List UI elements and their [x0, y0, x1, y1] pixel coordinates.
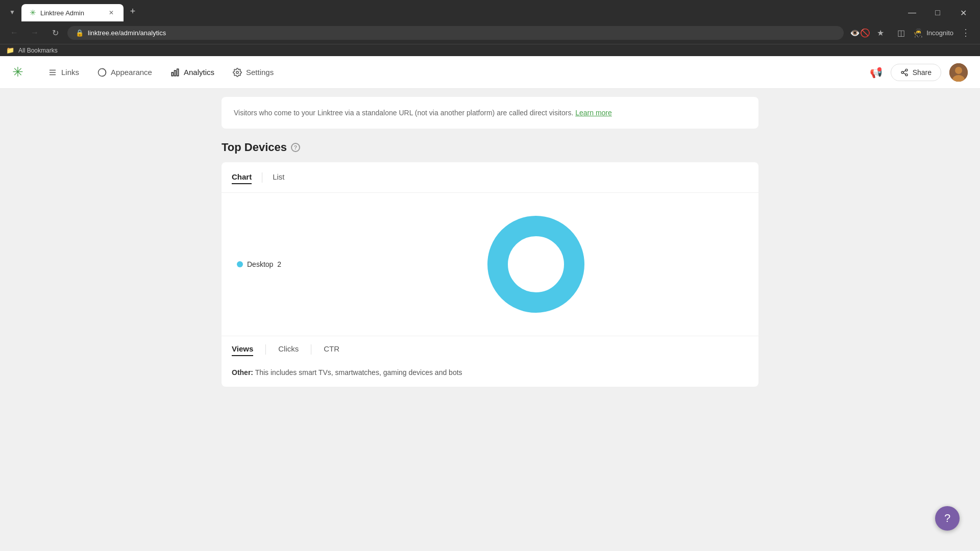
- notification-button[interactable]: 📢: [870, 66, 883, 79]
- minimize-button[interactable]: —: [900, 6, 924, 20]
- views-tab[interactable]: Views: [232, 342, 253, 356]
- restore-button[interactable]: □: [926, 6, 949, 20]
- bookmark-star-icon[interactable]: ★: [872, 24, 889, 41]
- svg-point-11: [955, 67, 962, 74]
- section-title: Top Devices: [222, 141, 287, 154]
- tab-list-button[interactable]: ▼: [5, 4, 19, 20]
- nav-links[interactable]: Links: [40, 64, 87, 81]
- svg-point-14: [514, 243, 557, 286]
- browser-toolbar: ← → ↻ 🔒 linktree.ee/admin/analytics 👁️‍🚫…: [0, 21, 980, 44]
- nav-analytics-label: Analytics: [184, 68, 214, 77]
- list-tab[interactable]: List: [273, 170, 284, 184]
- settings-icon: [233, 68, 242, 77]
- svg-point-5: [905, 69, 908, 71]
- svg-rect-3: [177, 69, 179, 76]
- legend-count: 2: [277, 260, 281, 268]
- section-info-icon[interactable]: ?: [291, 143, 300, 152]
- other-label: Other:: [232, 368, 253, 377]
- appearance-icon: [97, 68, 107, 77]
- donut-chart: [485, 213, 587, 315]
- main-content[interactable]: Visitors who come to your Linktree via a…: [0, 89, 980, 551]
- content-inner: Visitors who come to your Linktree via a…: [209, 97, 771, 407]
- share-label: Share: [913, 68, 932, 77]
- clicks-tab[interactable]: Clicks: [278, 342, 299, 356]
- reload-button[interactable]: ↻: [47, 24, 63, 41]
- nav-right: 📢 Share: [870, 63, 968, 82]
- incognito-label: Incognito: [926, 29, 953, 37]
- svg-line-9: [903, 70, 905, 72]
- bottom-tab-row: Views Clicks CTR: [232, 336, 748, 362]
- back-button[interactable]: ←: [6, 24, 22, 41]
- new-tab-button[interactable]: +: [126, 4, 140, 18]
- chart-legend: Desktop 2: [237, 260, 329, 268]
- split-view-icon[interactable]: ◫: [893, 24, 909, 41]
- legend-item: Desktop 2: [237, 260, 329, 268]
- other-info: Other: This includes smart TVs, smartwat…: [222, 362, 758, 387]
- share-button[interactable]: Share: [891, 64, 941, 81]
- section-header: Top Devices ?: [222, 141, 758, 154]
- info-text: Visitors who come to your Linktree via a…: [234, 107, 746, 118]
- svg-point-7: [905, 73, 908, 76]
- incognito-section: 🥷 Incognito: [913, 28, 953, 38]
- nav-settings[interactable]: Settings: [225, 64, 282, 81]
- lock-icon: 🔒: [76, 29, 84, 37]
- share-icon: [900, 68, 909, 77]
- chart-body: Desktop 2: [222, 193, 758, 336]
- nav-analytics[interactable]: Analytics: [162, 64, 223, 81]
- other-description: This includes smart TVs, smartwatches, g…: [255, 368, 462, 377]
- donut-container: [329, 213, 743, 315]
- svg-line-8: [903, 73, 905, 74]
- notification-dot: [877, 67, 881, 71]
- top-nav: ✳ Links Appearance Analytics Settings 📢: [0, 56, 980, 89]
- svg-rect-2: [174, 70, 176, 76]
- bookmarks-label: All Bookmarks: [18, 47, 58, 54]
- info-description: Visitors who come to your Linktree via a…: [234, 109, 573, 117]
- browser-chrome: ▼ ✳ Linktree Admin ✕ + — □ ✕ ← → ↻ 🔒 lin…: [0, 0, 980, 56]
- avatar-image: [949, 63, 968, 82]
- svg-point-4: [236, 71, 239, 73]
- bottom-tabs: Views Clicks CTR: [222, 336, 758, 362]
- bookmarks-bar: 📁 All Bookmarks: [0, 44, 980, 56]
- address-bar[interactable]: 🔒 linktree.ee/admin/analytics: [67, 26, 844, 40]
- tab-favicon: ✳: [30, 8, 36, 17]
- ctr-tab[interactable]: CTR: [324, 342, 339, 356]
- close-button[interactable]: ✕: [951, 6, 975, 20]
- help-button[interactable]: ?: [935, 506, 960, 531]
- learn-more-link[interactable]: Learn more: [575, 109, 612, 117]
- forward-button[interactable]: →: [27, 24, 43, 41]
- bookmarks-folder-icon: 📁: [6, 46, 14, 54]
- bottom-tab-divider-2: [311, 344, 311, 355]
- svg-rect-1: [172, 72, 173, 76]
- nav-links-label: Links: [61, 68, 79, 77]
- tab-title: Linktree Admin: [40, 9, 103, 17]
- chart-card: Chart List Desktop 2: [222, 162, 758, 387]
- url-input[interactable]: linktree.ee/admin/analytics: [88, 29, 836, 37]
- nav-appearance-label: Appearance: [111, 68, 152, 77]
- links-icon: [48, 68, 57, 77]
- bottom-tab-divider: [265, 344, 266, 355]
- svg-point-6: [901, 71, 903, 73]
- chart-tabs: Chart List: [222, 162, 758, 193]
- eye-off-icon[interactable]: 👁️‍🚫: [852, 24, 868, 41]
- legend-dot: [237, 261, 243, 267]
- toolbar-icons: 👁️‍🚫 ★ ◫: [852, 24, 909, 41]
- incognito-icon: 🥷: [913, 28, 923, 38]
- user-avatar[interactable]: [949, 63, 968, 82]
- more-options-button[interactable]: ⋮: [958, 24, 974, 41]
- nav-items: Links Appearance Analytics Settings: [40, 64, 870, 81]
- logo[interactable]: ✳: [12, 64, 23, 80]
- info-banner: Visitors who come to your Linktree via a…: [222, 97, 758, 129]
- nav-appearance[interactable]: Appearance: [89, 64, 160, 81]
- active-tab[interactable]: ✳ Linktree Admin ✕: [21, 4, 124, 21]
- window-controls: — □ ✕: [900, 4, 975, 21]
- analytics-icon: [170, 68, 180, 77]
- chart-tab[interactable]: Chart: [232, 170, 252, 184]
- app-container: ✳ Links Appearance Analytics Settings 📢: [0, 56, 980, 551]
- logo-icon: ✳: [12, 64, 23, 80]
- nav-settings-label: Settings: [246, 68, 274, 77]
- legend-label: Desktop: [247, 260, 273, 268]
- tab-divider: [262, 172, 262, 183]
- tab-close-button[interactable]: ✕: [107, 9, 115, 17]
- top-devices-section: Top Devices ? Chart List: [222, 141, 758, 387]
